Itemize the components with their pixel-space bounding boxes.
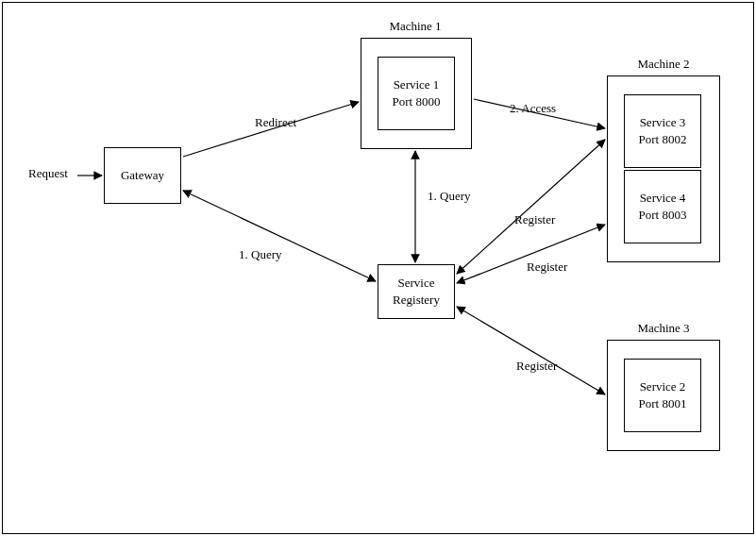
gateway-box: Gateway [104, 147, 181, 204]
register-3-label: Register [516, 359, 557, 374]
service-3-box: Service 3 Port 8002 [624, 94, 701, 168]
register-2-label: Register [527, 260, 567, 275]
service-1-box: Service 1 Port 8000 [378, 57, 455, 130]
service-2-box: Service 2 Port 8001 [624, 359, 701, 432]
service-1-name: Service 1 [394, 76, 440, 93]
machine-1-label: Machine 1 [359, 19, 472, 34]
registry-line1: Service [398, 275, 435, 292]
query-left-label: 1. Query [239, 247, 282, 262]
registry-line2: Registery [393, 292, 440, 309]
service-4-box: Service 4 Port 8003 [624, 170, 701, 243]
gateway-label: Gateway [121, 167, 164, 184]
service-2-port: Port 8001 [639, 395, 687, 412]
access-label: 2. Access [510, 101, 556, 116]
service-2-name: Service 2 [640, 378, 686, 395]
register-1-label: Register [514, 212, 555, 227]
service-4-port: Port 8003 [639, 207, 687, 224]
redirect-label: Redirect [255, 115, 296, 130]
service-1-port: Port 8000 [393, 93, 441, 110]
service-3-port: Port 8002 [639, 131, 687, 148]
query-top-label: 1. Query [428, 189, 471, 204]
service-4-name: Service 4 [640, 190, 686, 207]
service-3-name: Service 3 [640, 114, 686, 131]
machine-3-label: Machine 3 [607, 321, 720, 336]
request-label: Request [28, 166, 68, 181]
machine-2-label: Machine 2 [607, 57, 720, 72]
service-registry-box: Service Registery [378, 264, 455, 319]
